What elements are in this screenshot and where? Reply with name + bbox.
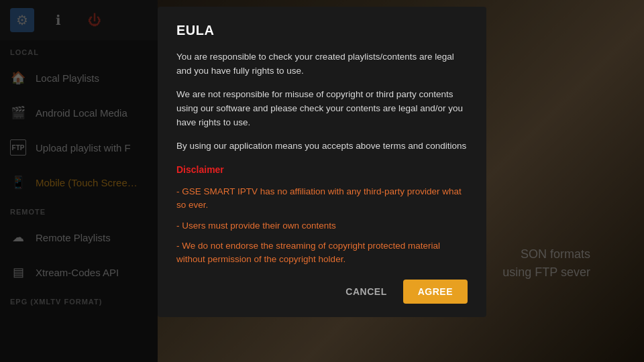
disclaimer-item-1: - GSE SMART IPTV has no affiliation with… — [176, 185, 468, 213]
dialog-body: You are responsible to check your create… — [176, 50, 468, 266]
eula-dialog: EULA You are responsible to check your c… — [158, 7, 486, 317]
dialog-paragraph-1: You are responsible to check your create… — [176, 50, 468, 78]
disclaimer-item-3: - We do not endorse the streaming of cop… — [176, 239, 468, 267]
agree-button[interactable]: AGREE — [403, 280, 468, 304]
disclaimer-label: Disclaimer — [176, 163, 468, 178]
dialog-paragraph-3: By using our application means you accep… — [176, 139, 468, 154]
dialog-paragraph-2: We are not responsible for misuse of cop… — [176, 88, 468, 130]
disclaimer-item-2: - Users must provide their own contents — [176, 219, 468, 233]
dialog-title: EULA — [176, 23, 468, 38]
cancel-button[interactable]: CANCEL — [340, 282, 392, 301]
dialog-actions: CANCEL AGREE — [176, 280, 468, 304]
